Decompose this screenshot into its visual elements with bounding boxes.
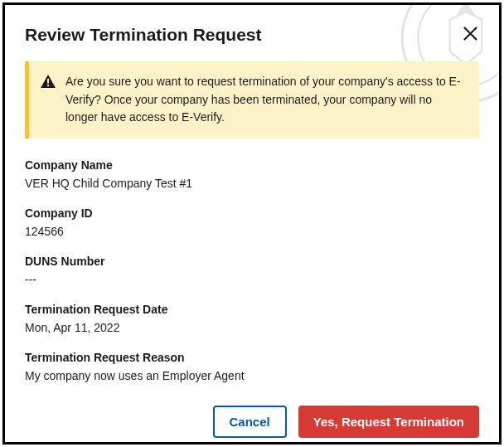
field-label: Company ID	[25, 206, 479, 220]
cancel-button[interactable]: Cancel	[213, 406, 287, 438]
svg-rect-3	[47, 79, 49, 84]
close-button[interactable]	[462, 25, 479, 42]
field-value: Mon, Apr 11, 2022	[25, 321, 479, 334]
modal-header: Review Termination Request	[25, 25, 479, 45]
field-termination-date: Termination Request Date Mon, Apr 11, 20…	[25, 303, 479, 334]
field-termination-reason: Termination Request Reason My company no…	[25, 351, 479, 382]
field-value: VER HQ Child Company Test #1	[25, 177, 479, 190]
field-company-id: Company ID 124566	[25, 206, 479, 238]
field-label: Termination Request Reason	[25, 351, 479, 364]
field-label: DUNS Number	[25, 255, 479, 268]
field-company-name: Company Name VER HQ Child Company Test #…	[25, 158, 479, 190]
svg-rect-4	[47, 85, 49, 86]
field-label: Termination Request Date	[25, 303, 479, 316]
warning-message: Are you sure you want to request termina…	[65, 73, 466, 127]
field-label: Company Name	[25, 158, 479, 172]
close-icon	[463, 27, 477, 41]
modal-dialog: DEPARTMENT Review Termination Request	[2, 2, 502, 445]
warning-alert: Are you sure you want to request termina…	[25, 61, 479, 138]
confirm-button[interactable]: Yes, Request Termination	[298, 406, 479, 438]
warning-icon	[41, 75, 56, 91]
field-value: 124566	[25, 225, 479, 238]
modal-title: Review Termination Request	[25, 25, 262, 45]
field-value: My company now uses an Employer Agent	[25, 369, 479, 382]
modal-actions: Cancel Yes, Request Termination	[25, 406, 479, 438]
field-duns-number: DUNS Number ---	[25, 255, 479, 286]
field-value: ---	[25, 273, 479, 286]
